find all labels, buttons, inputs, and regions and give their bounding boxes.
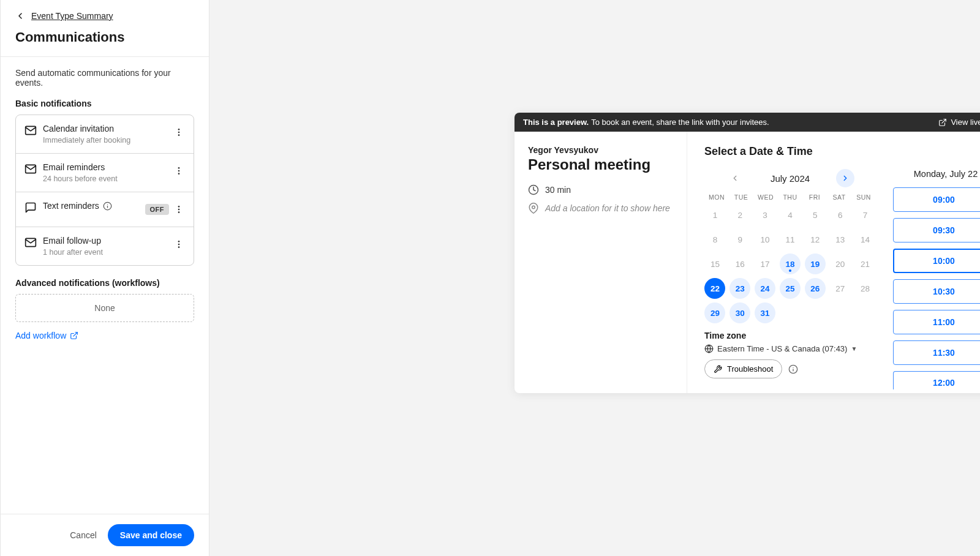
save-and-close-button[interactable]: Save and close [108, 524, 194, 546]
calendar-day: 28 [855, 278, 876, 299]
time-slot[interactable]: 11:30 [893, 340, 980, 365]
calendar-day: 20 [830, 254, 851, 274]
calendar-day: 14 [855, 229, 876, 250]
calendar-day[interactable]: 25 [780, 278, 801, 299]
select-date-time-heading: Select a Date & Time [704, 145, 980, 158]
calendar-day: 5 [805, 205, 826, 225]
booking-preview-card: This is a preview. To book an event, sha… [514, 113, 980, 393]
calendar: July 2024 MONTUEWEDTHUFRISATSUN 12345678… [704, 169, 876, 393]
cancel-button[interactable]: Cancel [70, 530, 97, 540]
time-slots-column: Monday, July 22 09:0009:3010:0010:3011:0… [893, 169, 980, 393]
calendar-day[interactable]: 31 [755, 302, 775, 323]
event-title: Personal meeting [528, 156, 673, 173]
preview-banner: This is a preview. To book an event, sha… [514, 113, 980, 132]
calendar-day: 4 [780, 205, 801, 225]
kebab-menu-icon[interactable] [173, 124, 185, 141]
calendar-day: 6 [830, 205, 851, 225]
notification-title: Email follow-up [43, 236, 101, 246]
kebab-menu-icon[interactable] [173, 236, 185, 253]
selected-date-label: Monday, July 22 [893, 169, 980, 179]
time-slot[interactable]: 09:00 [893, 187, 980, 212]
svg-point-3 [178, 167, 180, 169]
location-pin-icon [528, 203, 539, 214]
calendar-days-grid: 1234567891011121314151617181920212223242… [704, 205, 876, 323]
sidebar-footer: Cancel Save and close [1, 514, 209, 556]
clock-icon [528, 184, 539, 195]
time-slot[interactable]: 10:30 [893, 279, 980, 304]
notification-item[interactable]: Email follow-up1 hour after event [16, 227, 194, 265]
next-month-button[interactable] [836, 169, 854, 187]
time-slot[interactable]: 10:00 [893, 249, 980, 273]
time-slot[interactable]: 09:30 [893, 218, 980, 242]
intro-text: Send automatic communications for your e… [15, 68, 194, 88]
troubleshoot-label: Troubleshoot [727, 364, 773, 374]
calendar-day: 17 [755, 254, 775, 274]
calendar-day[interactable]: 22 [704, 278, 725, 299]
settings-sidebar: Event Type Summary Communications Send a… [0, 0, 209, 556]
calendar-day: 15 [704, 254, 725, 274]
add-workflow-link[interactable]: Add workflow [15, 331, 78, 340]
preview-banner-strong: This is a preview. [523, 118, 589, 127]
calendar-day: 16 [729, 254, 750, 274]
weekday-label: SAT [827, 193, 851, 201]
weekday-label: TUE [729, 193, 753, 201]
sidebar-header: Event Type Summary Communications [1, 0, 209, 57]
calendar-day: 8 [704, 229, 725, 250]
calendar-day[interactable]: 30 [729, 302, 750, 323]
mail-icon [24, 124, 37, 137]
weekday-label: WED [753, 193, 778, 201]
info-icon[interactable] [103, 201, 112, 211]
notification-item[interactable]: Calendar invitationImmediately after boo… [16, 115, 194, 154]
notification-title: Calendar invitation [43, 124, 114, 133]
svg-line-16 [942, 119, 946, 122]
timezone-heading: Time zone [704, 331, 876, 340]
view-live-page-link[interactable]: View live page [938, 118, 980, 127]
calendar-day[interactable]: 29 [704, 302, 725, 323]
svg-point-0 [178, 129, 180, 130]
off-badge: OFF [145, 204, 170, 215]
back-link[interactable]: Event Type Summary [31, 11, 113, 21]
calendar-day[interactable]: 18 [780, 254, 801, 274]
timezone-value: Eastern Time - US & Canada (07:43) [717, 344, 847, 353]
prev-month-button[interactable] [726, 169, 744, 187]
calendar-day[interactable]: 24 [755, 278, 775, 299]
calendar-day: 11 [780, 229, 801, 250]
time-slot[interactable]: 12:00 [893, 371, 980, 389]
weekday-label: SUN [851, 193, 876, 201]
calendar-day: 9 [729, 229, 750, 250]
svg-line-15 [74, 332, 77, 336]
page-title: Communications [15, 29, 194, 45]
mail-icon [24, 236, 37, 249]
troubleshoot-button[interactable]: Troubleshoot [704, 359, 782, 378]
svg-point-5 [178, 173, 180, 175]
notification-item[interactable]: Text remindersOFF [16, 192, 194, 227]
calendar-day[interactable]: 19 [805, 254, 826, 274]
svg-point-10 [178, 209, 180, 211]
svg-point-1 [178, 132, 180, 133]
calendar-day: 21 [855, 254, 876, 274]
preview-area: This is a preview. To book an event, sha… [209, 0, 980, 556]
notification-item[interactable]: Email reminders24 hours before event [16, 154, 194, 192]
preview-banner-text: To book an event, share the link with yo… [591, 118, 769, 127]
kebab-menu-icon[interactable] [173, 201, 185, 218]
info-icon[interactable] [788, 364, 798, 374]
calendar-day[interactable]: 23 [729, 278, 750, 299]
calendar-day[interactable]: 26 [805, 278, 826, 299]
notification-subtitle: Immediately after booking [43, 136, 173, 145]
external-link-icon [938, 118, 947, 127]
calendar-day: 3 [755, 205, 775, 225]
duration-row: 30 min [528, 184, 673, 195]
advanced-notifications-heading: Advanced notifications (workflows) [15, 278, 194, 288]
timezone-selector[interactable]: Eastern Time - US & Canada (07:43) ▼ [704, 344, 876, 353]
time-slot[interactable]: 11:00 [893, 310, 980, 334]
mail-icon [24, 163, 37, 175]
svg-point-2 [178, 134, 180, 136]
kebab-menu-icon[interactable] [173, 162, 185, 179]
svg-point-11 [178, 211, 180, 213]
wrench-icon [714, 365, 722, 374]
back-chevron-icon[interactable] [15, 11, 25, 21]
notification-title: Email reminders [43, 162, 105, 172]
calendar-day: 10 [755, 229, 775, 250]
notification-subtitle: 24 hours before event [43, 175, 173, 183]
weekday-header-row: MONTUEWEDTHUFRISATSUN [704, 193, 876, 201]
